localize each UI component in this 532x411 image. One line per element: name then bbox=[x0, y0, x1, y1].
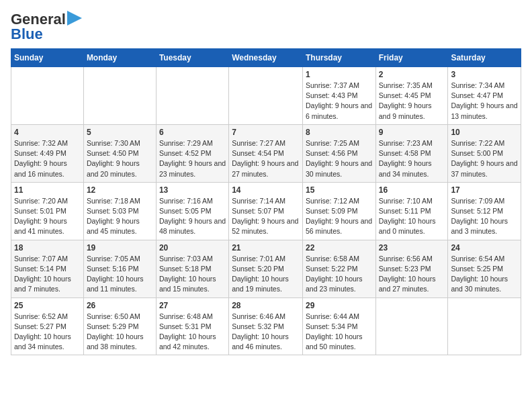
calendar-cell: 20Sunrise: 7:03 AMSunset: 5:18 PMDayligh… bbox=[156, 240, 228, 298]
calendar-cell bbox=[229, 67, 303, 125]
calendar-cell: 4Sunrise: 7:32 AMSunset: 4:49 PMDaylight… bbox=[11, 124, 84, 182]
day-info: Sunrise: 7:23 AMSunset: 4:58 PMDaylight:… bbox=[379, 138, 445, 179]
day-info: Sunrise: 7:18 AMSunset: 5:03 PMDaylight:… bbox=[87, 196, 153, 237]
day-number: 15 bbox=[306, 185, 373, 195]
calendar-cell: 10Sunrise: 7:22 AMSunset: 5:00 PMDayligh… bbox=[448, 124, 521, 182]
day-info: Sunrise: 7:35 AMSunset: 4:45 PMDaylight:… bbox=[379, 81, 445, 122]
calendar-cell: 28Sunrise: 6:46 AMSunset: 5:32 PMDayligh… bbox=[229, 298, 303, 355]
calendar-cell: 13Sunrise: 7:16 AMSunset: 5:05 PMDayligh… bbox=[156, 182, 228, 240]
week-row-3: 11Sunrise: 7:20 AMSunset: 5:01 PMDayligh… bbox=[11, 182, 521, 240]
calendar-cell: 18Sunrise: 7:07 AMSunset: 5:14 PMDayligh… bbox=[11, 240, 84, 298]
calendar-cell: 29Sunrise: 6:44 AMSunset: 5:34 PMDayligh… bbox=[302, 298, 375, 355]
day-number: 18 bbox=[14, 243, 81, 253]
day-number: 12 bbox=[87, 185, 153, 195]
week-row-5: 25Sunrise: 6:52 AMSunset: 5:27 PMDayligh… bbox=[11, 298, 521, 355]
day-number: 21 bbox=[232, 243, 300, 253]
day-info: Sunrise: 7:07 AMSunset: 5:14 PMDaylight:… bbox=[14, 254, 81, 295]
day-number: 26 bbox=[87, 301, 153, 310]
calendar-cell bbox=[156, 67, 228, 125]
calendar-cell: 11Sunrise: 7:20 AMSunset: 5:01 PMDayligh… bbox=[11, 182, 84, 240]
day-info: Sunrise: 7:12 AMSunset: 5:09 PMDaylight:… bbox=[306, 196, 373, 237]
day-number: 20 bbox=[159, 243, 226, 253]
logo: General Blue bbox=[11, 11, 82, 43]
day-number: 29 bbox=[306, 301, 373, 310]
day-number: 8 bbox=[306, 128, 373, 137]
day-info: Sunrise: 6:44 AMSunset: 5:34 PMDaylight:… bbox=[306, 312, 373, 353]
day-info: Sunrise: 6:50 AMSunset: 5:29 PMDaylight:… bbox=[87, 312, 153, 353]
day-number: 19 bbox=[87, 243, 153, 253]
calendar-cell: 26Sunrise: 6:50 AMSunset: 5:29 PMDayligh… bbox=[83, 298, 156, 355]
day-number: 10 bbox=[451, 128, 518, 137]
week-row-1: 1Sunrise: 7:37 AMSunset: 4:43 PMDaylight… bbox=[11, 67, 521, 125]
calendar-cell: 19Sunrise: 7:05 AMSunset: 5:16 PMDayligh… bbox=[83, 240, 156, 298]
week-row-4: 18Sunrise: 7:07 AMSunset: 5:14 PMDayligh… bbox=[11, 240, 521, 298]
calendar-cell: 16Sunrise: 7:10 AMSunset: 5:11 PMDayligh… bbox=[375, 182, 448, 240]
day-number: 11 bbox=[14, 185, 81, 195]
svg-marker-0 bbox=[67, 11, 82, 26]
col-header-thursday: Thursday bbox=[302, 49, 375, 67]
calendar-cell: 7Sunrise: 7:27 AMSunset: 4:54 PMDaylight… bbox=[229, 124, 303, 182]
day-info: Sunrise: 7:01 AMSunset: 5:20 PMDaylight:… bbox=[232, 254, 300, 295]
day-info: Sunrise: 7:30 AMSunset: 4:50 PMDaylight:… bbox=[87, 138, 153, 179]
calendar-cell bbox=[375, 298, 448, 355]
day-info: Sunrise: 7:25 AMSunset: 4:56 PMDaylight:… bbox=[306, 138, 373, 179]
calendar-cell: 27Sunrise: 6:48 AMSunset: 5:31 PMDayligh… bbox=[156, 298, 228, 355]
calendar-cell bbox=[11, 67, 84, 125]
day-number: 22 bbox=[306, 243, 373, 253]
day-number: 13 bbox=[159, 185, 226, 195]
day-info: Sunrise: 6:46 AMSunset: 5:32 PMDaylight:… bbox=[232, 312, 300, 353]
day-info: Sunrise: 7:14 AMSunset: 5:07 PMDaylight:… bbox=[232, 196, 300, 237]
day-number: 14 bbox=[232, 185, 300, 195]
col-header-wednesday: Wednesday bbox=[229, 49, 303, 67]
day-number: 7 bbox=[232, 128, 300, 137]
calendar-cell: 15Sunrise: 7:12 AMSunset: 5:09 PMDayligh… bbox=[302, 182, 375, 240]
week-row-2: 4Sunrise: 7:32 AMSunset: 4:49 PMDaylight… bbox=[11, 124, 521, 182]
col-header-tuesday: Tuesday bbox=[156, 49, 228, 67]
day-info: Sunrise: 6:48 AMSunset: 5:31 PMDaylight:… bbox=[159, 312, 226, 353]
day-info: Sunrise: 7:37 AMSunset: 4:43 PMDaylight:… bbox=[306, 81, 373, 122]
day-info: Sunrise: 7:29 AMSunset: 4:52 PMDaylight:… bbox=[159, 138, 226, 179]
calendar-cell: 22Sunrise: 6:58 AMSunset: 5:22 PMDayligh… bbox=[302, 240, 375, 298]
day-info: Sunrise: 6:58 AMSunset: 5:22 PMDaylight:… bbox=[306, 254, 373, 295]
day-info: Sunrise: 6:52 AMSunset: 5:27 PMDaylight:… bbox=[14, 312, 81, 353]
calendar-cell: 17Sunrise: 7:09 AMSunset: 5:12 PMDayligh… bbox=[448, 182, 521, 240]
calendar-cell: 25Sunrise: 6:52 AMSunset: 5:27 PMDayligh… bbox=[11, 298, 84, 355]
day-info: Sunrise: 7:09 AMSunset: 5:12 PMDaylight:… bbox=[451, 196, 518, 237]
day-number: 24 bbox=[451, 243, 518, 253]
day-info: Sunrise: 7:10 AMSunset: 5:11 PMDaylight:… bbox=[379, 196, 445, 237]
day-info: Sunrise: 7:32 AMSunset: 4:49 PMDaylight:… bbox=[14, 138, 81, 179]
day-info: Sunrise: 7:16 AMSunset: 5:05 PMDaylight:… bbox=[159, 196, 226, 237]
day-number: 27 bbox=[159, 301, 226, 310]
col-header-friday: Friday bbox=[375, 49, 448, 67]
calendar-cell bbox=[448, 298, 521, 355]
calendar-cell: 2Sunrise: 7:35 AMSunset: 4:45 PMDaylight… bbox=[375, 67, 448, 125]
calendar-cell: 8Sunrise: 7:25 AMSunset: 4:56 PMDaylight… bbox=[302, 124, 375, 182]
logo-blue: Blue bbox=[11, 26, 43, 43]
day-info: Sunrise: 7:27 AMSunset: 4:54 PMDaylight:… bbox=[232, 138, 300, 179]
calendar-cell: 24Sunrise: 6:54 AMSunset: 5:25 PMDayligh… bbox=[448, 240, 521, 298]
day-number: 25 bbox=[14, 301, 81, 310]
calendar-cell: 3Sunrise: 7:34 AMSunset: 4:47 PMDaylight… bbox=[448, 67, 521, 125]
day-number: 17 bbox=[451, 185, 518, 195]
header-row: SundayMondayTuesdayWednesdayThursdayFrid… bbox=[11, 49, 521, 67]
calendar-cell bbox=[83, 67, 156, 125]
day-info: Sunrise: 7:22 AMSunset: 5:00 PMDaylight:… bbox=[451, 138, 518, 179]
day-info: Sunrise: 7:20 AMSunset: 5:01 PMDaylight:… bbox=[14, 196, 81, 237]
col-header-saturday: Saturday bbox=[448, 49, 521, 67]
day-info: Sunrise: 7:34 AMSunset: 4:47 PMDaylight:… bbox=[451, 81, 518, 122]
day-info: Sunrise: 6:54 AMSunset: 5:25 PMDaylight:… bbox=[451, 254, 518, 295]
calendar-table: SundayMondayTuesdayWednesdayThursdayFrid… bbox=[11, 48, 521, 355]
day-number: 4 bbox=[14, 128, 81, 137]
day-info: Sunrise: 7:03 AMSunset: 5:18 PMDaylight:… bbox=[159, 254, 226, 295]
day-info: Sunrise: 6:56 AMSunset: 5:23 PMDaylight:… bbox=[379, 254, 445, 295]
calendar-cell: 9Sunrise: 7:23 AMSunset: 4:58 PMDaylight… bbox=[375, 124, 448, 182]
calendar-cell: 1Sunrise: 7:37 AMSunset: 4:43 PMDaylight… bbox=[302, 67, 375, 125]
logo-icon bbox=[67, 11, 82, 26]
day-number: 9 bbox=[379, 128, 445, 137]
calendar-cell: 12Sunrise: 7:18 AMSunset: 5:03 PMDayligh… bbox=[83, 182, 156, 240]
day-info: Sunrise: 7:05 AMSunset: 5:16 PMDaylight:… bbox=[87, 254, 153, 295]
col-header-monday: Monday bbox=[83, 49, 156, 67]
calendar-cell: 6Sunrise: 7:29 AMSunset: 4:52 PMDaylight… bbox=[156, 124, 228, 182]
calendar-cell: 23Sunrise: 6:56 AMSunset: 5:23 PMDayligh… bbox=[375, 240, 448, 298]
calendar-cell: 14Sunrise: 7:14 AMSunset: 5:07 PMDayligh… bbox=[229, 182, 303, 240]
